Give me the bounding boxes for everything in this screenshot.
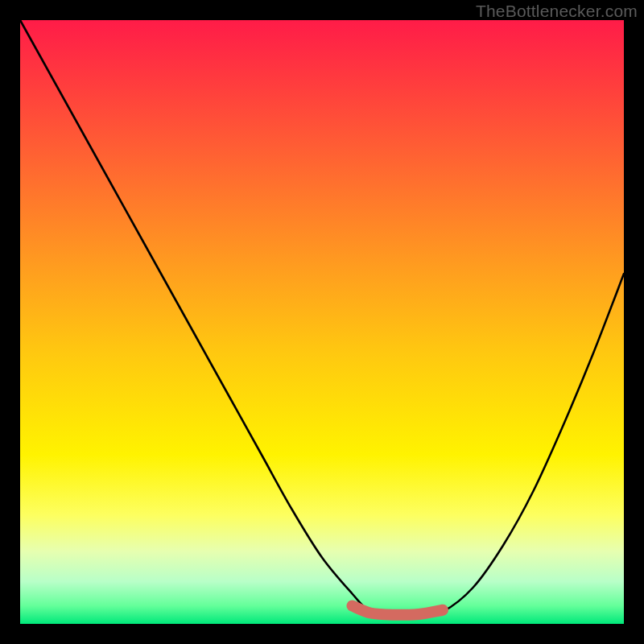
- chart-svg: [20, 20, 624, 624]
- bottleneck-curve: [20, 20, 624, 618]
- plot-area: [20, 20, 624, 624]
- outer-frame: TheBottlenecker.com: [0, 0, 644, 644]
- trough-highlight: [353, 606, 444, 615]
- attribution-text: TheBottlenecker.com: [476, 2, 638, 21]
